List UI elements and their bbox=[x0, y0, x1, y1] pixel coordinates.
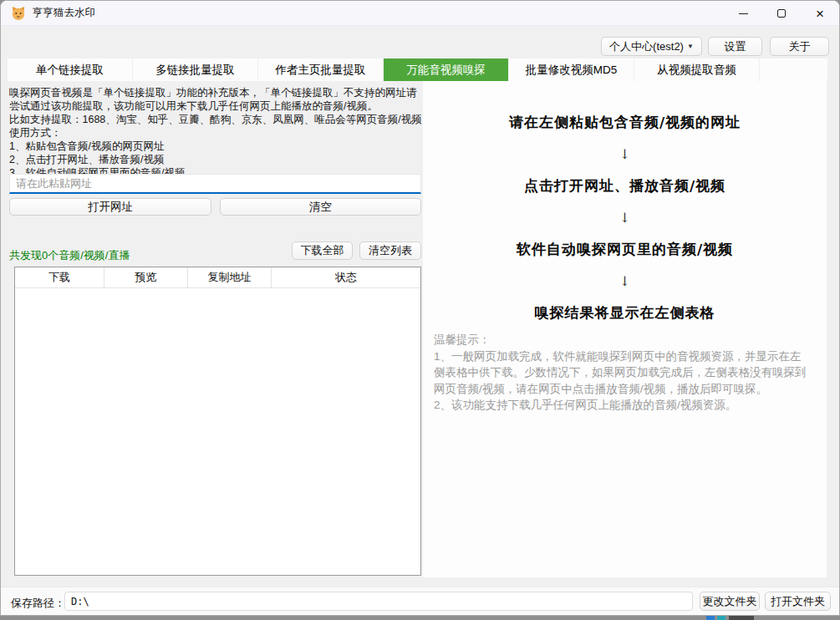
save-path-label: 保存路径： bbox=[11, 596, 65, 611]
intro-line: 嗅探网页音视频是「单个链接提取」功能的补充版本，「单个链接提取」不支持的网址请尝… bbox=[9, 86, 423, 113]
save-path-bar: 保存路径： 更改文件夹 打开文件夹 bbox=[1, 587, 840, 616]
titlebar: 亨亨猫去水印 × bbox=[1, 1, 839, 26]
tab-batch-modify-md5[interactable]: 批量修改视频MD5 bbox=[509, 58, 634, 81]
intro-line: 2、点击打开网址、播放音频/视频 bbox=[9, 153, 423, 166]
step-text: 点击打开网址、播放音频/视频 bbox=[524, 176, 725, 196]
feature-description: 嗅探网页音视频是「单个链接提取」功能的补充版本，「单个链接提取」不支持的网址请尝… bbox=[9, 86, 423, 180]
clear-list-button[interactable]: 清空列表 bbox=[359, 241, 421, 260]
account-dropdown[interactable]: 个人中心(test2) ▼ bbox=[601, 37, 702, 56]
download-all-button[interactable]: 下载全部 bbox=[292, 241, 353, 260]
results-table-body bbox=[15, 288, 420, 575]
instructions-panel: 请在左侧粘贴包含音频/视频的网址 ↓ 点击打开网址、播放音频/视频 ↓ 软件自动… bbox=[423, 81, 827, 577]
intro-line: 1、粘贴包含音频/视频的网页网址 bbox=[9, 140, 423, 153]
taskbar-icon-fragment bbox=[717, 616, 725, 620]
results-table-header: 下载 预览 复制地址 状态 bbox=[15, 267, 420, 288]
tip-item: 1、一般网页加载完成，软件就能嗅探到网页中的音视频资源，并显示在左侧表格中供下载… bbox=[434, 348, 812, 398]
tips-block: 温馨提示： 1、一般网页加载完成，软件就能嗅探到网页中的音视频资源，并显示在左侧… bbox=[434, 332, 812, 414]
step-text: 嗅探结果将显示在左侧表格 bbox=[535, 303, 715, 323]
maximize-icon bbox=[777, 9, 786, 18]
maximize-button[interactable] bbox=[762, 1, 801, 26]
save-path-input[interactable] bbox=[64, 592, 693, 611]
arrow-down-icon: ↓ bbox=[619, 146, 630, 162]
tab-universal-av-sniffer[interactable]: 万能音视频嗅探 bbox=[384, 58, 508, 81]
url-input[interactable] bbox=[9, 174, 421, 194]
close-icon: × bbox=[816, 7, 824, 21]
results-table: 下载 预览 复制地址 状态 bbox=[14, 267, 421, 576]
tab-extract-audio-from-video[interactable]: 从视频提取音频 bbox=[634, 58, 759, 81]
arrow-down-icon: ↓ bbox=[619, 273, 630, 289]
column-header-status: 状态 bbox=[272, 267, 420, 287]
window-title: 亨亨猫去水印 bbox=[33, 6, 95, 20]
clear-url-button[interactable]: 清空 bbox=[220, 198, 421, 216]
account-label: 个人中心(test2) bbox=[609, 39, 684, 54]
app-window: 亨亨猫去水印 × 个人中心(test2) ▼ 设置 关于 单个链接提取 多链接批… bbox=[0, 0, 840, 616]
usage-steps: 请在左侧粘贴包含音频/视频的网址 ↓ 点击打开网址、播放音频/视频 ↓ 软件自动… bbox=[423, 106, 827, 328]
arrow-down-icon: ↓ bbox=[619, 210, 630, 226]
column-header-preview: 预览 bbox=[104, 267, 188, 287]
close-button[interactable]: × bbox=[801, 1, 839, 26]
column-header-copy-address: 复制地址 bbox=[188, 267, 272, 287]
minimize-icon bbox=[739, 13, 748, 14]
settings-button[interactable]: 设置 bbox=[708, 37, 762, 56]
step-text: 请在左侧粘贴包含音频/视频的网址 bbox=[509, 113, 741, 132]
open-url-button[interactable]: 打开网址 bbox=[9, 198, 211, 216]
tab-author-homepage-batch-extract[interactable]: 作者主页批量提取 bbox=[258, 58, 383, 81]
about-button[interactable]: 关于 bbox=[770, 37, 829, 56]
chevron-down-icon: ▼ bbox=[687, 43, 694, 50]
intro-line: 使用方式： bbox=[9, 126, 423, 140]
tip-item: 2、该功能支持下载几乎任何网页上能播放的音频/视频资源。 bbox=[434, 397, 812, 414]
tab-multi-link-batch-extract[interactable]: 多链接批量提取 bbox=[133, 58, 257, 81]
tab-bar: 单个链接提取 多链接批量提取 作者主页批量提取 万能音视频嗅探 批量修改视频MD… bbox=[8, 58, 827, 81]
column-header-download: 下载 bbox=[15, 267, 104, 287]
taskbar-icon-fragment bbox=[706, 616, 715, 620]
found-count-status: 共发现0个音频/视频/直播 bbox=[9, 248, 130, 263]
window-controls: × bbox=[724, 1, 839, 26]
taskbar-icon-fragment bbox=[729, 616, 754, 620]
desktop-sliver bbox=[0, 616, 840, 620]
step-text: 软件自动嗅探网页里的音频/视频 bbox=[517, 240, 733, 259]
minimize-button[interactable] bbox=[724, 1, 762, 26]
tips-title: 温馨提示： bbox=[434, 332, 812, 348]
tab-bar-filler bbox=[760, 58, 827, 81]
change-folder-button[interactable]: 更改文件夹 bbox=[700, 592, 760, 611]
open-folder-button[interactable]: 打开文件夹 bbox=[765, 592, 831, 611]
intro-line: 比如支持提取：1688、淘宝、知乎、豆瓣、酷狗、京东、凤凰网、唯品会等网页音频/… bbox=[9, 113, 423, 126]
tab-single-link-extract[interactable]: 单个链接提取 bbox=[8, 58, 132, 81]
app-icon bbox=[11, 6, 26, 21]
